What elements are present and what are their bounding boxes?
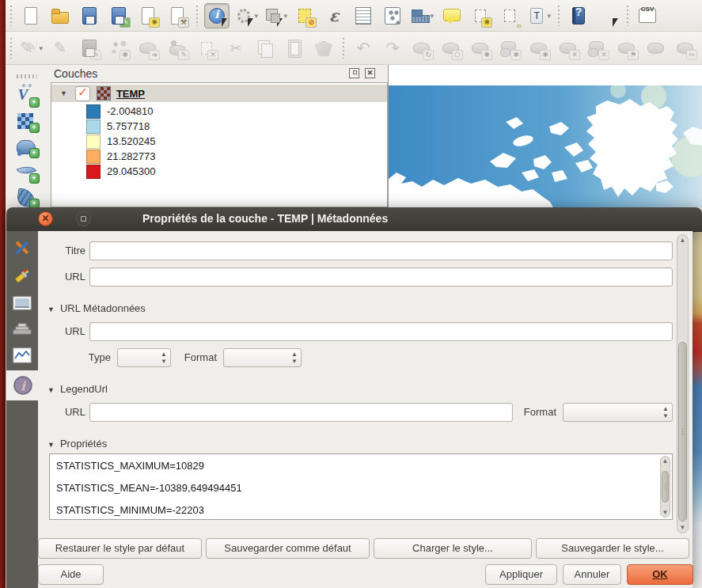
add-delimited-text-layer-button[interactable]	[635, 3, 660, 28]
legend-url-input[interactable]	[89, 403, 513, 422]
open-attribute-table-button[interactable]	[351, 3, 376, 28]
property-item[interactable]: STATISTICS_MINIMUM=-22203	[56, 504, 204, 516]
panel-float-icon[interactable]	[349, 68, 359, 78]
format-combo[interactable]: ▲▼	[223, 348, 302, 367]
window-restore-icon[interactable]	[76, 211, 91, 226]
dialog-scrollbar[interactable]: ▲ ▼	[677, 234, 689, 533]
layer-checkbox[interactable]	[75, 86, 90, 101]
select-features-dropdown-icon[interactable]: ▾	[283, 12, 287, 20]
undo-button[interactable]	[351, 36, 376, 61]
open-project-button[interactable]	[47, 3, 73, 28]
toggle-editing-button[interactable]: ▾	[18, 36, 44, 61]
delete-part-button[interactable]: ✕	[585, 36, 610, 61]
current-edits-button[interactable]	[47, 36, 73, 61]
reshape-features-button[interactable]	[311, 36, 336, 61]
layer-row-temp[interactable]: ▼ TEMP	[51, 85, 387, 102]
copy-features-button[interactable]	[252, 36, 278, 61]
new-print-composer-button[interactable]: ✱	[135, 3, 161, 28]
rotate-feature-button[interactable]: ↻	[409, 36, 434, 61]
property-item[interactable]: STATISTICS_MEAN=-10389,649494451	[56, 482, 242, 494]
redo-button[interactable]	[380, 36, 405, 61]
simplify-feature-button[interactable]: ⬡	[438, 36, 464, 61]
add-part-button[interactable]: ✱	[497, 36, 522, 61]
new-annotation-button[interactable]: ✱	[468, 3, 493, 28]
help-button[interactable]: Aide	[38, 564, 104, 585]
toolbar-handle[interactable]	[8, 6, 14, 26]
help-contents-button[interactable]	[566, 3, 591, 28]
split-parts-button[interactable]: ✂	[673, 36, 698, 61]
node-tool-button[interactable]: ✎	[165, 36, 190, 61]
move-feature-button[interactable]: ➜	[135, 36, 161, 61]
property-item[interactable]: STATISTICS_MAXIMUM=10829	[56, 460, 204, 472]
scroll-down-icon[interactable]: ▼	[661, 509, 670, 516]
offset-curve-button[interactable]: ⚑	[614, 36, 639, 61]
delete-selected-button[interactable]: ✕	[194, 36, 219, 61]
paste-features-button[interactable]	[282, 36, 307, 61]
field-calculator-button[interactable]	[380, 3, 405, 28]
save-layer-edits-button[interactable]: ✎	[77, 36, 102, 61]
fill-ring-button[interactable]: ✱	[526, 36, 552, 61]
text-annotation-dropdown-icon[interactable]: ▾	[547, 12, 551, 20]
scroll-down-icon[interactable]: ▼	[677, 524, 688, 531]
split-features-button[interactable]	[643, 36, 669, 61]
map-tips-button[interactable]	[438, 3, 464, 28]
layer-name[interactable]: TEMP	[116, 88, 145, 100]
type-combo[interactable]: ▲▼	[117, 348, 171, 367]
window-close-icon[interactable]: ✕	[38, 211, 53, 226]
toolbar-handle[interactable]	[624, 6, 631, 26]
select-by-expression-button[interactable]	[321, 3, 347, 28]
tab-style[interactable]	[6, 263, 38, 290]
add-vector-layer-icon[interactable]: +	[15, 85, 39, 105]
toolbar-handle[interactable]	[8, 38, 14, 59]
scrollbar-thumb[interactable]	[662, 471, 669, 503]
metadata-url-section-header[interactable]: ▼URL Métadonnées	[47, 302, 146, 314]
map-canvas[interactable]	[388, 65, 702, 207]
select-features-button[interactable]: ▾	[263, 3, 288, 28]
add-raster-layer-icon[interactable]: +	[15, 112, 39, 131]
tab-pyramids[interactable]	[6, 315, 38, 342]
add-ring-button[interactable]: ✱	[468, 36, 493, 61]
properties-scrollbar[interactable]: ▲ ▼	[660, 456, 670, 518]
whats-this-button[interactable]	[595, 3, 620, 28]
metadata-url-input[interactable]	[89, 322, 673, 341]
tab-transparency[interactable]	[6, 290, 38, 317]
apply-button[interactable]: Appliquer	[485, 564, 557, 585]
toolbar-handle[interactable]	[556, 6, 562, 26]
dialog-titlebar[interactable]: ✕ Propriétés de la couche - TEMP | Métad…	[6, 207, 702, 232]
load-style-button[interactable]: Charger le style...	[374, 538, 532, 559]
new-project-button[interactable]	[18, 3, 44, 28]
toolbar-handle[interactable]	[194, 6, 200, 26]
url-input[interactable]	[89, 267, 673, 286]
tab-histogram[interactable]	[6, 342, 38, 369]
properties-section-header[interactable]: ▼Propriétés	[47, 438, 107, 450]
run-feature-action-button[interactable]: ▾	[233, 3, 259, 28]
add-feature-button[interactable]: ✱	[106, 36, 131, 61]
save-project-as-button[interactable]: ✎	[106, 3, 131, 28]
ok-button[interactable]: OK	[627, 564, 693, 585]
legend-url-section-header[interactable]: ▼LegendUrl	[47, 383, 108, 395]
scroll-up-icon[interactable]: ▲	[677, 237, 688, 244]
scroll-up-icon[interactable]: ▲	[661, 457, 670, 465]
legend-format-combo[interactable]: ▲▼	[563, 403, 673, 422]
add-postgis-layer-icon[interactable]: +	[15, 137, 39, 157]
add-spatialite-layer-icon[interactable]: +	[15, 162, 39, 182]
tab-general[interactable]	[6, 234, 38, 261]
tab-metadata[interactable]: i	[6, 370, 40, 400]
deselect-features-button[interactable]: ⊘	[292, 3, 317, 28]
restore-default-style-button[interactable]: Restaurer le style par défaut	[38, 538, 202, 559]
expand-arrow-icon[interactable]: ▼	[60, 89, 67, 97]
composer-manager-button[interactable]: ⚒	[165, 3, 190, 28]
titre-input[interactable]	[89, 241, 673, 260]
save-style-button[interactable]: Sauvegarder le style...	[536, 538, 689, 559]
properties-list[interactable]: STATISTICS_MAXIMUM=10829 STATISTICS_MEAN…	[49, 453, 673, 520]
delete-ring-button[interactable]: ✕	[556, 36, 581, 61]
toolbar-handle[interactable]	[17, 74, 37, 78]
panel-close-icon[interactable]: ✕	[365, 68, 375, 78]
toggle-editing-dropdown-icon[interactable]: ▾	[39, 44, 43, 52]
save-project-button[interactable]	[77, 3, 102, 28]
move-annotation-button[interactable]	[497, 3, 522, 28]
cancel-button[interactable]: Annuler	[563, 564, 621, 585]
identify-features-button[interactable]	[204, 3, 230, 28]
scrollbar-thumb[interactable]	[678, 342, 687, 522]
add-mssql-layer-icon[interactable]: +	[15, 188, 39, 207]
